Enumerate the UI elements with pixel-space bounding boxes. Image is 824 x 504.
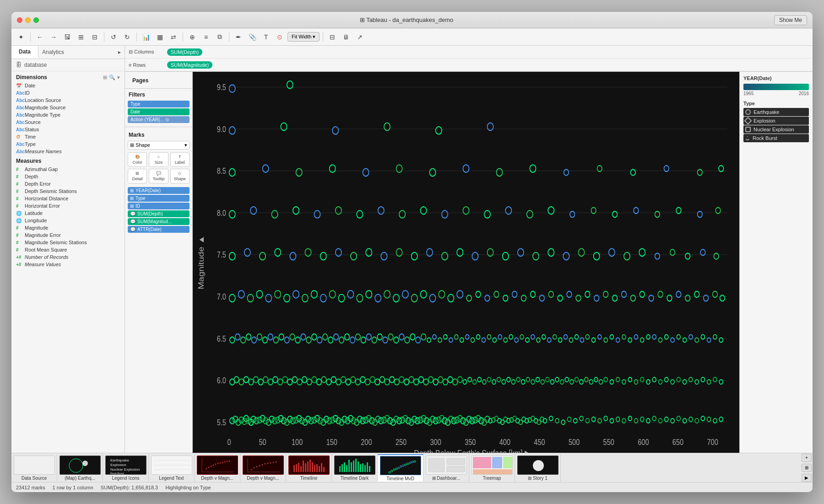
tab-analytics[interactable]: Analytics ▸ [38,46,125,59]
tab-present-icon[interactable]: ▶ [802,474,812,482]
tab-timeline-mvd[interactable]: Timeline MvD [378,454,423,482]
fit-width-button[interactable]: Fit Width ▾ [287,32,320,42]
swap-icon[interactable]: ⇄ [168,31,179,43]
field-rms[interactable]: # Root Mean Square [13,246,123,253]
save-icon[interactable]: 🖫 [61,31,73,43]
text-icon[interactable]: T [260,31,272,43]
minimize-button[interactable] [25,17,31,23]
chart-container[interactable]: 5.5 6.0 6.5 7.0 7.5 8.0 8.5 9.0 9.5 [193,72,739,453]
field-horiz-error[interactable]: # Horizontal Error [13,202,123,209]
data-source-icon[interactable]: ⊟ [89,31,101,43]
pin-icon[interactable]: ⊙ [274,31,286,43]
field-azimuthal-gap[interactable]: # Azimuthal Gap [13,166,123,173]
svg-text:9.5: 9.5 [217,82,226,92]
search-icon[interactable]: 🔍 [109,75,115,80]
rows-pill[interactable]: SUM(Magnitude) [167,61,212,69]
mark-pill-year[interactable]: ⊞YEAR(Date) [128,187,190,194]
status-marks: 23412 marks [16,485,45,490]
grid-view-icon[interactable]: ⊞ [103,75,107,80]
tab-scroll-icon[interactable]: ⊞ [802,464,812,472]
undo-icon[interactable]: ↺ [108,31,119,43]
svg-rect-535 [300,466,302,472]
cols-icon[interactable]: ⧉ [214,31,226,43]
tab-story[interactable]: ⊞ Story 1 [515,454,561,482]
tab-timeline[interactable]: Timeline [286,454,332,482]
rows-icon[interactable]: ≡ [200,31,212,43]
screen-icon[interactable]: 🖥 [340,31,352,43]
mark-pill-depth[interactable]: 💬SUM(Depth) [128,210,190,217]
field-magnitude[interactable]: # Magnitude [13,224,123,231]
close-button[interactable] [17,17,22,23]
tableau-icon[interactable]: ✦ [15,31,27,43]
tab-timeline-dark[interactable]: Timeline Dark [332,454,378,482]
filter-date[interactable]: Date [128,108,190,115]
field-date[interactable]: 📅 Date [13,82,123,89]
mark-pill-type[interactable]: ⊞Type [128,195,190,202]
legend-explosion: Explosion [743,117,809,125]
field-magnitude-seismic[interactable]: # Magnitude Seismic Stations [13,239,123,246]
grid-icon[interactable]: ⊟ [326,31,338,43]
zoom-button[interactable] [33,17,39,23]
forward-icon[interactable]: → [48,31,60,43]
field-time[interactable]: ⏱ Time [13,133,123,140]
text-icon-mt: Abc [16,113,22,118]
svg-text:600: 600 [638,438,649,447]
mark-detail-btn[interactable]: ⊞ Detail [128,169,147,183]
tab-legend-text[interactable]: Legend Text [149,454,195,482]
tab-data[interactable]: Data [11,46,38,59]
back-icon[interactable]: ← [34,31,46,43]
paperclip-icon[interactable]: 📎 [246,31,258,43]
connect-icon[interactable]: ⊕ [186,31,198,43]
field-id[interactable]: Abc ID [13,89,123,97]
field-depth-seismic[interactable]: # Depth Seismic Stations [13,188,123,195]
tab-label-datasource: Data Source [13,476,55,481]
field-horiz-dist[interactable]: # Horizontal Distance [13,195,123,202]
field-status[interactable]: Abc Status [13,126,123,133]
field-location-source[interactable]: Abc Location Source [13,97,123,104]
pen-icon[interactable]: ✒ [233,31,244,43]
tab-treemap[interactable]: Treemap [469,454,515,482]
field-measure-values[interactable]: +# Measure Values [13,261,123,268]
filter-action[interactable]: Action (YEAR(... ⊙ [128,116,190,123]
svg-point-530 [275,461,276,462]
filter-type[interactable]: Type [128,101,190,107]
field-source[interactable]: Abc Source [13,118,123,126]
svg-rect-532 [293,465,295,472]
show-me-button[interactable]: Show Me [774,15,807,25]
tab-thumb-map [60,456,101,475]
field-magnitude-error[interactable]: # Magnitude Error [13,231,123,239]
tab-add-icon[interactable]: + [802,454,812,462]
field-magnitude-type[interactable]: Abc Magnitude Type [13,111,123,118]
mark-color-btn[interactable]: 🎨 Color [128,152,147,167]
tab-map-earthquakes[interactable]: (Map) Earthq... [57,454,103,482]
mark-pill-magnitude[interactable]: 💬SUM(Magnitud... [128,218,190,225]
marks-type-select[interactable]: ⊞ Shape ▾ [128,141,190,150]
tab-legend-icons[interactable]: Earthquake Explosion Nuclear Explosion R… [103,454,149,482]
share-icon[interactable]: ↗ [354,31,366,43]
table-icon[interactable]: ▦ [154,31,166,43]
field-num-records[interactable]: +# Number of Records [13,253,123,261]
field-type[interactable]: Abc Type [13,140,123,148]
mark-pill-date[interactable]: 💬ATTR(Date) [128,226,190,233]
sort-icon[interactable]: ▾ [117,75,120,80]
tab-depth-magn-1[interactable]: Depth v Magn... [195,454,240,482]
bar-chart-icon[interactable]: 📊 [140,31,152,43]
tab-data-source[interactable]: Data Source [11,454,57,482]
tab-dashboard[interactable]: ⊞ Dashboar... [423,454,469,482]
field-depth[interactable]: # Depth [13,173,123,180]
text-icon-ms: Abc [16,105,22,110]
add-icon[interactable]: ⊞ [75,31,87,43]
field-measure-names[interactable]: Abc Measure Names [13,148,123,155]
mark-shape-btn[interactable]: ◇ Shape [170,169,190,183]
field-longitude[interactable]: 🌐 Longitude [13,217,123,224]
field-depth-error[interactable]: # Depth Error [13,180,123,188]
field-magnitude-source[interactable]: Abc Magnitude Source [13,104,123,111]
tab-depth-magn-2[interactable]: Depth v Magn... [240,454,286,482]
mark-pill-id[interactable]: ⊞ID [128,203,190,209]
mark-label-btn[interactable]: T Label [170,152,190,167]
mark-size-btn[interactable]: ○ Size [149,152,168,167]
redo-icon[interactable]: ↻ [121,31,133,43]
field-latitude[interactable]: 🌐 Latitude [13,209,123,217]
mark-tooltip-btn[interactable]: 💬 Tooltip [149,169,168,183]
columns-pill[interactable]: SUM(Depth) [167,48,202,56]
